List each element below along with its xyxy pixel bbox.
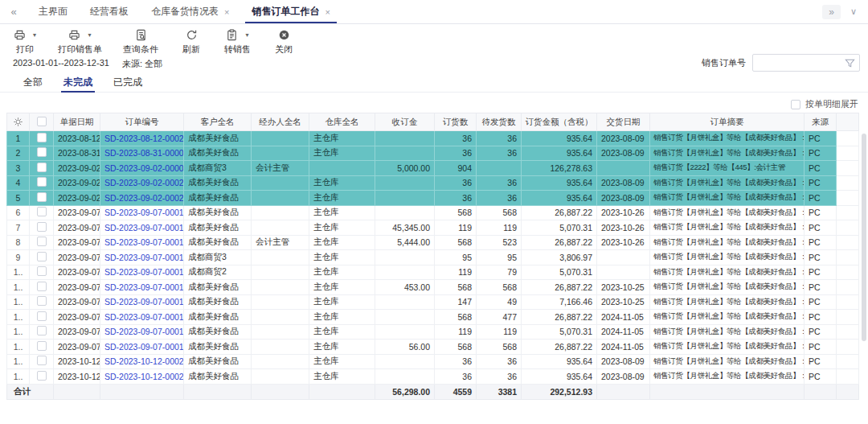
- order-no-link[interactable]: SD-2023-09-02-00004: [104, 163, 184, 173]
- col-header-单据日期[interactable]: 单据日期: [54, 113, 100, 131]
- order-no-link[interactable]: SD-2023-09-07-00014: [104, 267, 184, 277]
- filter-summary: 2023-01-01--2023-12-31 来源: 全部: [13, 58, 162, 70]
- order-no-link[interactable]: SD-2023-09-07-00019: [104, 342, 184, 352]
- table-row[interactable]: 32023-09-02SD-2023-09-02-00004成都商贸3会计主管5…: [7, 161, 859, 176]
- vertical-scrollbar-thumb[interactable]: [862, 134, 866, 341]
- table-row[interactable]: 52023-09-02SD-2023-09-02-00024成都美好食品主仓库3…: [7, 191, 859, 206]
- cell-来源: PC: [805, 205, 837, 220]
- status-tab-全部[interactable]: 全部: [13, 72, 53, 92]
- order-no-link[interactable]: SD-2023-08-12-00022: [104, 134, 184, 143]
- to-sales-button[interactable]: ▾转销售: [224, 29, 251, 55]
- table-row[interactable]: 72023-09-07SD-2023-09-07-00011成都美好食品主仓库4…: [7, 220, 859, 236]
- close-button[interactable]: 关闭: [272, 29, 296, 55]
- close-tab-icon[interactable]: ×: [224, 7, 229, 17]
- tab-经营看板[interactable]: 经营看板: [79, 0, 140, 23]
- order-no-link[interactable]: SD-2023-09-02-00023: [104, 178, 184, 187]
- table-row[interactable]: 62023-09-07SD-2023-09-07-00010成都美好食品主仓库5…: [7, 205, 859, 220]
- table-row[interactable]: 22023-08-31SD-2023-08-31-00003成都美好食品主仓库3…: [7, 146, 859, 161]
- row-checkbox[interactable]: [37, 282, 47, 291]
- row-number: 1..: [7, 340, 30, 355]
- tab-overflow-icon[interactable]: »: [822, 5, 841, 19]
- col-header-客户全名[interactable]: 客户全名: [184, 113, 252, 131]
- row-checkbox[interactable]: [37, 311, 47, 321]
- order-no-link[interactable]: SD-2023-09-07-00011: [104, 223, 184, 233]
- cell-订单编号: SD-2023-09-07-00013: [100, 250, 184, 266]
- status-tab-未完成[interactable]: 未完成: [53, 72, 103, 92]
- expand-by-detail-checkbox[interactable]: [791, 100, 800, 109]
- refresh-button[interactable]: 刷新: [179, 29, 203, 55]
- column-settings-cell[interactable]: [7, 113, 30, 131]
- order-no-link[interactable]: SD-2023-09-07-00018: [104, 327, 184, 336]
- filter-funnel-icon[interactable]: [844, 57, 856, 69]
- table-row[interactable]: 1..2023-09-07SD-2023-09-07-00017成都美好食品主仓…: [7, 310, 859, 325]
- row-checkbox-cell: [30, 310, 54, 325]
- tabbar-right: » ∨: [822, 0, 868, 23]
- expand-by-detail-option[interactable]: 按单明细展开: [791, 98, 858, 110]
- order-no-link[interactable]: SD-2023-08-31-00003: [104, 148, 184, 158]
- table-row[interactable]: 1..2023-09-07SD-2023-09-07-00018成都美好食品主仓…: [7, 324, 859, 340]
- row-checkbox[interactable]: [37, 326, 47, 335]
- table-row[interactable]: 1..2023-09-07SD-2023-09-07-00015成都美好食品主仓…: [7, 280, 859, 295]
- order-no-link[interactable]: SD-2023-09-07-00016: [104, 297, 184, 307]
- table-row[interactable]: 82023-09-07SD-2023-09-07-00012成都美好食品会计主管…: [7, 235, 859, 250]
- query-conditions-button[interactable]: 查询条件: [123, 29, 158, 55]
- row-checkbox[interactable]: [37, 207, 47, 216]
- order-no-link[interactable]: SD-2023-10-12-00020: [104, 356, 184, 366]
- row-checkbox[interactable]: [37, 356, 47, 365]
- row-number: 3: [7, 161, 30, 176]
- close-tab-icon[interactable]: ×: [325, 7, 330, 17]
- order-no-link[interactable]: SD-2023-09-07-00012: [104, 237, 184, 247]
- select-all-cell[interactable]: [30, 113, 54, 131]
- table-row[interactable]: 1..2023-09-07SD-2023-09-07-00019成都美好食品主仓…: [7, 340, 859, 355]
- row-checkbox[interactable]: [37, 147, 47, 157]
- table-row[interactable]: 92023-09-07SD-2023-09-07-00013成都商贸3主仓库95…: [7, 250, 859, 266]
- collapse-tabs-icon[interactable]: «: [0, 0, 27, 23]
- order-no-link[interactable]: SD-2023-09-07-00013: [104, 253, 184, 262]
- table-row[interactable]: 42023-09-02SD-2023-09-02-00023成都美好食品主仓库3…: [7, 175, 859, 191]
- row-checkbox[interactable]: [37, 222, 47, 232]
- row-checkbox[interactable]: [37, 296, 47, 306]
- row-filler-cell: [837, 294, 859, 310]
- tab-menu-icon[interactable]: ∨: [850, 6, 857, 17]
- tab-主界面[interactable]: 主界面: [27, 0, 79, 23]
- col-header-仓库全名[interactable]: 仓库全名: [309, 113, 375, 131]
- row-checkbox[interactable]: [37, 266, 47, 276]
- order-no-link[interactable]: SD-2023-09-07-00017: [104, 312, 184, 322]
- order-no-link[interactable]: SD-2023-09-02-00024: [104, 193, 184, 203]
- table-row[interactable]: 1..2023-10-12SD-2023-10-12-00020成都美好食品主仓…: [7, 354, 859, 369]
- col-header-订单摘要[interactable]: 订单摘要: [650, 113, 805, 131]
- col-header-收订金[interactable]: 收订金: [375, 113, 435, 131]
- select-all-checkbox[interactable]: [37, 117, 47, 126]
- col-header-订货金额（含税）[interactable]: 订货金额（含税）: [522, 113, 597, 131]
- tab-销售订单工作台[interactable]: 销售订单工作台×: [240, 0, 341, 23]
- cell-订单编号: SD-2023-08-12-00022: [100, 131, 184, 146]
- table-row[interactable]: 1..2023-09-07SD-2023-09-07-00016成都美好食品主仓…: [7, 294, 859, 310]
- col-header-经办人全名[interactable]: 经办人全名: [252, 113, 309, 131]
- cell-交货日期: 2023-08-09: [597, 131, 650, 146]
- row-checkbox[interactable]: [37, 177, 47, 187]
- print-button[interactable]: ▾打印: [13, 29, 37, 55]
- cell-订货数: 568: [435, 205, 477, 220]
- col-header-来源[interactable]: 来源: [805, 113, 837, 131]
- row-checkbox[interactable]: [37, 371, 47, 381]
- col-header-订货数[interactable]: 订货数: [435, 113, 477, 131]
- order-no-link[interactable]: SD-2023-10-12-00021: [104, 372, 184, 381]
- row-checkbox[interactable]: [37, 237, 47, 246]
- col-header-订单编号[interactable]: 订单编号: [100, 113, 184, 131]
- tab-仓库备货情况表[interactable]: 仓库备货情况表×: [140, 0, 240, 23]
- col-header-待发货数[interactable]: 待发货数: [477, 113, 522, 131]
- order-no-link[interactable]: SD-2023-09-07-00015: [104, 282, 184, 292]
- cell-订货数: 95: [435, 250, 477, 266]
- row-checkbox[interactable]: [37, 252, 47, 261]
- table-row[interactable]: 12023-08-12SD-2023-08-12-00022成都美好食品主仓库3…: [7, 131, 859, 146]
- table-row[interactable]: 1..2023-09-07SD-2023-09-07-00014成都商贸2主仓库…: [7, 265, 859, 280]
- row-checkbox[interactable]: [37, 192, 47, 202]
- col-header-交货日期[interactable]: 交货日期: [597, 113, 650, 131]
- print-sales-order-button[interactable]: ▾打印销售单: [58, 29, 102, 55]
- row-checkbox[interactable]: [37, 133, 47, 142]
- order-no-link[interactable]: SD-2023-09-07-00010: [104, 208, 184, 217]
- status-tab-已完成[interactable]: 已完成: [103, 72, 153, 92]
- row-checkbox[interactable]: [37, 341, 47, 351]
- table-row[interactable]: 1..2023-10-12SD-2023-10-12-00021成都美好食品主仓…: [7, 369, 859, 385]
- row-checkbox[interactable]: [37, 163, 47, 172]
